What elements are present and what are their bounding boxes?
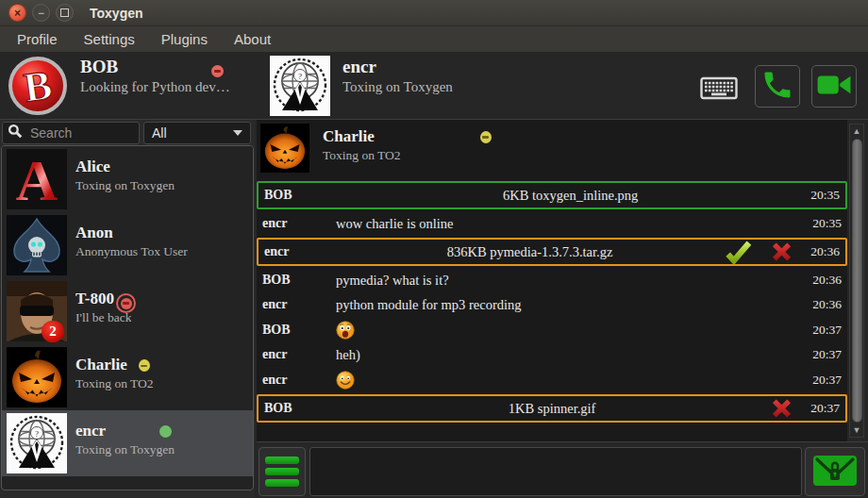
pumpkin-avatar [260,124,309,173]
shocked-face-emoji [336,321,355,340]
svg-text:A: A [16,149,58,209]
spade-skull-avatar [7,215,67,275]
busy-status-icon [116,293,136,313]
contact-filter-dropdown[interactable]: All [143,122,251,144]
contact-item-t-800[interactable]: T-800 I'll be back 2 [2,278,253,344]
chat-peer-name: Charlie [323,127,375,146]
message-time: 20:36 [810,244,840,259]
message-text: heh) [336,347,805,363]
unread-count-badge: 2 [42,321,64,342]
menu-plugins[interactable]: Plugins [148,26,221,52]
titlebar: × − Toxygen [0,0,868,26]
chat-scrollbar[interactable]: ▲ ▼ [849,124,864,438]
contact-list: A Alice Toxing on Toxygen Anon Anonymous… [1,145,254,490]
keyboard-icon[interactable] [700,76,738,104]
chat-menu-button[interactable] [259,447,306,496]
chevron-down-icon [233,130,242,136]
letter-a-avatar: A [7,149,67,209]
message-author: BOB [264,188,338,203]
composer [257,441,868,498]
menu-profile[interactable]: Profile [4,26,71,52]
contact-item-encr[interactable]: ? encr Toxing on Toxygen [2,410,253,476]
message-time: 20:36 [812,273,842,288]
scroll-up-icon[interactable]: ▲ [850,124,863,138]
message-list: BOB6KB toxygen_inline.png20:35encrwow ch… [257,179,847,424]
chat-peer-status-message: Toxing on TO2 [323,148,492,163]
message-time: 20:37 [812,323,842,338]
menu-settings[interactable]: Settings [71,26,148,52]
message-author: BOB [262,323,336,338]
chat-peer-header: Charlie Toxing on TO2 [257,120,847,176]
anonymous-avatar: ? [270,56,330,116]
letter-b-avatar: B [8,56,68,116]
message-text: wow charlie is online [336,216,805,232]
hamburger-menu-icon [265,456,299,464]
contact-item-alice[interactable]: A Alice Toxing on Toxygen [2,146,253,212]
message-time: 20:37 [812,373,842,388]
busy-status-icon [211,65,224,77]
away-status-icon [139,359,150,372]
search-icon [8,124,23,142]
svg-text:?: ? [35,429,39,439]
active-chat-header: ? encr Toxing on Toxygen [270,56,453,116]
message-author: encr [262,216,336,231]
message-row: BOBpymedia? what is it?20:36 [257,268,847,292]
self-status-message: Looking for Python dev… [80,78,230,97]
file-transfer-row: BOB6KB toxygen_inline.png20:35 [257,181,847,209]
message-row: encrwow charlie is online20:35 [257,211,847,236]
file-transfer-row: BOB1KB spinner.gif20:37 [257,394,847,423]
contact-status-message: Toxing on TO2 [75,375,154,393]
send-message-button[interactable] [805,447,865,496]
contact-name: Alice [75,157,175,177]
away-status-icon [480,131,492,143]
chat-panel: Charlie Toxing on TO2 BOB6KB toxygen_inl… [257,120,847,441]
message-input[interactable] [309,447,802,496]
close-icon[interactable]: × [8,4,26,22]
top-panel: B BOB Looking for Python dev… ? encr Tox… [0,52,868,120]
message-author: encr [262,373,336,388]
menubar: Profile Settings Plugins About [0,26,868,52]
smiling-face-emoji [336,371,355,390]
contact-status-message: Anonymous Tox User [75,243,188,261]
pumpkin-avatar [7,347,67,407]
accept-file-button[interactable] [726,241,751,264]
contact-item-anon[interactable]: Anon Anonymous Tox User [2,212,253,278]
self-profile[interactable]: B BOB Looking for Python dev… [8,56,243,116]
file-name: 836KB pymedia-1.3.7.3.tar.gz [338,244,722,260]
window-title: Toxygen [90,6,143,21]
file-name: 1KB spinner.gif [338,401,766,417]
audio-call-button[interactable] [755,65,800,108]
scrollbar-thumb[interactable] [852,139,862,423]
message-row: encrheh)20:37 [257,342,847,367]
minimize-icon[interactable]: − [32,4,50,22]
anonymous-avatar: ? [7,413,67,473]
menu-about[interactable]: About [221,26,284,52]
message-author: BOB [264,401,338,416]
self-name: BOB [80,56,230,78]
phone-icon [760,68,794,105]
message-time: 20:37 [810,401,840,416]
file-name: 6KB toxygen_inline.png [338,188,803,204]
message-time: 20:35 [810,188,840,203]
scroll-down-icon[interactable]: ▼ [850,423,863,437]
video-camera-icon [816,67,852,106]
message-row: encrpython module for mp3 recording20:36 [257,292,847,317]
search-input[interactable] [28,124,126,141]
message-author: encr [262,297,336,312]
video-call-button[interactable] [811,65,857,108]
message-text: python module for mp3 recording [336,297,805,313]
contact-item-charlie[interactable]: Charlie Toxing on TO2 [2,344,253,410]
svg-text:?: ? [298,72,302,81]
decline-file-button[interactable] [770,241,793,263]
contact-name: Anon [75,223,188,243]
message-time: 20:37 [812,347,842,362]
active-chat-name: encr [342,56,453,78]
decline-file-button[interactable] [770,397,793,420]
message-row: BOB20:37 [257,317,847,342]
message-author: BOB [262,273,336,288]
encrypted-send-icon [812,453,858,491]
search-field[interactable] [2,122,140,144]
file-transfer-row: encr836KB pymedia-1.3.7.3.tar.gz20:36 [257,238,847,266]
maximize-icon[interactable] [56,4,74,22]
left-panel: All A Alice Toxing on Toxygen Anon Anony… [0,120,255,498]
